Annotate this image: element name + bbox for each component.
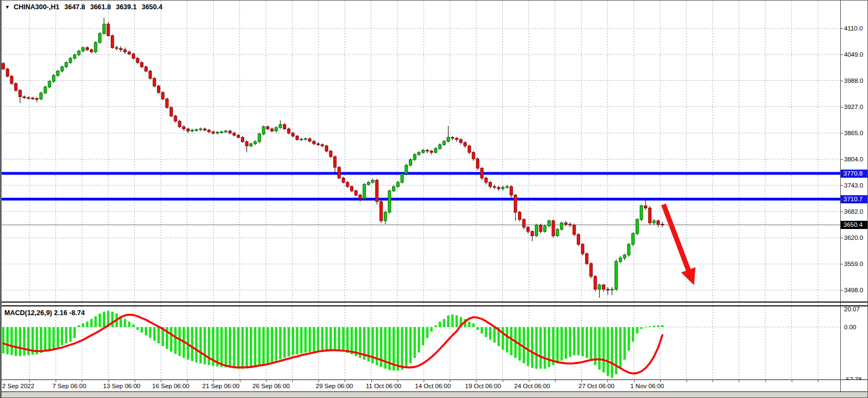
candle [111,34,114,49]
macd-histogram-bar [565,327,567,359]
macd-name: MACD(12,26,9) [4,309,52,317]
candle [178,120,181,128]
price-axis-label: 3743.0 [844,182,863,189]
current-price-badge: 3650.4 [841,221,868,229]
candle [376,179,378,204]
macd-histogram-bar [195,327,197,363]
candle [413,153,416,161]
time-axis-tick [108,380,109,382]
time-axis-label: 16 Sep 06:00 [152,383,189,389]
candle [216,131,219,134]
macd-histogram-bar [405,327,407,367]
candle [309,137,311,142]
price-axis-label: 3498.0 [844,287,863,294]
macd-histogram-bar [233,327,235,369]
candle [77,50,80,56]
macd-histogram-bar [141,327,143,333]
macd-histogram-bar [556,327,558,363]
pane-separator-top-line[interactable] [1,301,868,303]
candle [57,70,59,77]
macd-histogram-bar [74,327,76,338]
symbol-dropdown-icon[interactable]: ▼ [5,4,10,10]
macd-histogram-bar [485,327,487,337]
macd-histogram-bar [535,327,538,369]
macd-histogram-bar [502,327,504,350]
time-axis-label: 21 Sep 06:00 [202,383,239,389]
time-axis-label: 11 Oct 06:00 [366,383,401,389]
macd-histogram-bar [481,327,483,334]
macd-histogram-bar [326,327,328,351]
candle [447,126,450,143]
macd-axis-label: 0.00 [844,324,856,331]
price-chart-canvas[interactable] [1,1,840,304]
macd-histogram-bar [590,327,592,360]
candle [522,218,525,229]
candle [203,128,206,131]
macd-histogram-bar [254,327,256,367]
time-axis-tick [634,380,635,382]
macd-histogram-bar [19,327,21,356]
macd-histogram-bar [477,327,479,330]
candle [183,125,185,131]
candle [438,143,441,150]
price-axis-tick [841,28,843,29]
pane-separator-bottom-line[interactable] [1,305,868,306]
macd-histogram-bar [544,327,546,369]
macd-histogram-bar [455,315,457,327]
price-axis-tick [841,238,843,238]
price-axis-label: 4049.0 [844,51,863,58]
candle [103,17,105,34]
macd-histogram-bar [284,327,286,358]
time-axis-tick [503,380,503,382]
candle [544,225,546,233]
time-axis[interactable]: 2 Sep 20227 Sep 06:0013 Sep 06:0016 Sep … [1,380,868,392]
time-axis-tick [161,380,161,382]
macd-indicator-canvas[interactable] [1,306,840,380]
candle [149,70,152,80]
macd-histogram-bar [271,327,273,362]
price-axis-label: 3865.0 [844,130,863,137]
candle [560,222,563,231]
ohlc-close-value: 3650.4 [142,3,162,11]
time-axis-tick [345,380,345,382]
time-axis-label: 29 Sep 06:00 [316,383,353,389]
candle [174,114,177,122]
macd-histogram-layer [2,311,664,378]
candle [317,142,320,146]
trend-arrow[interactable] [661,203,696,285]
candle [552,220,554,238]
candle [644,199,647,210]
candle [94,41,97,53]
candle [144,65,147,73]
time-axis-tick [581,380,582,382]
macd-histogram-bar [203,327,206,364]
candles-layer [2,17,664,298]
time-axis-tick [792,380,792,382]
macd-histogram-bar [560,327,563,360]
macd-histogram-bar [401,327,403,370]
candle [52,74,55,83]
macd-histogram-bar [220,327,222,367]
macd-histogram-bar [602,327,605,372]
time-axis-tick [424,380,424,382]
ohlc-low-value: 3639.1 [116,3,136,11]
macd-histogram-bar [472,323,474,327]
price-axis-tick [841,290,843,291]
macd-histogram-bar [174,327,177,354]
macd-histogram-bar [321,327,323,351]
time-axis-tick [82,380,82,382]
macd-histogram-bar [287,327,290,357]
level-price-badge: 3770.8 [841,170,868,178]
candle [535,224,538,237]
macd-histogram-bar [506,327,508,353]
macd-histogram-bar [158,327,160,343]
time-axis-tick [555,380,556,382]
price-axis-tick [841,55,843,55]
time-axis-tick [476,380,477,382]
candle [636,218,638,235]
macd-histogram-bar [304,327,306,353]
macd-signal-line [3,315,662,373]
candle [128,51,131,56]
candle [161,91,164,100]
macd-histogram-bar [439,322,441,327]
